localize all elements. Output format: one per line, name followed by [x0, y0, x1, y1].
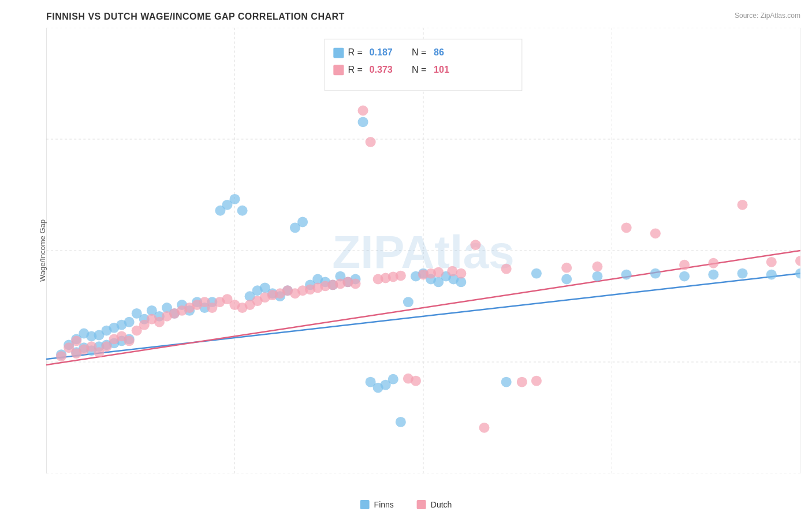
chart-container: FINNISH VS DUTCH WAGE/INCOME GAP CORRELA… — [0, 0, 812, 515]
svg-point-97 — [650, 268, 661, 279]
svg-point-156 — [456, 268, 466, 279]
source-label: Source: ZipAtlas.com — [735, 12, 800, 20]
svg-point-102 — [795, 268, 800, 279]
svg-point-159 — [501, 264, 512, 274]
svg-point-162 — [561, 263, 572, 273]
dutch-legend-label: Dutch — [431, 500, 452, 509]
svg-point-149 — [396, 271, 406, 281]
svg-point-158 — [479, 423, 489, 433]
svg-point-166 — [679, 260, 690, 270]
svg-point-157 — [470, 240, 481, 250]
svg-point-169 — [766, 257, 777, 267]
svg-point-84 — [403, 297, 414, 307]
scatter-chart: 80.0% 60.0% 40.0% 20.0% 0.0% 80.0% ZIPAt… — [46, 28, 800, 473]
svg-point-47 — [124, 317, 135, 327]
svg-point-101 — [766, 270, 777, 280]
svg-point-165 — [650, 228, 661, 238]
svg-point-164 — [621, 223, 632, 233]
svg-point-62 — [237, 206, 248, 216]
svg-point-154 — [433, 267, 444, 278]
svg-point-95 — [592, 271, 602, 282]
svg-point-99 — [708, 270, 718, 280]
svg-text:0.373: 0.373 — [370, 65, 393, 74]
svg-point-82 — [388, 374, 398, 385]
svg-point-94 — [561, 274, 572, 285]
svg-text:R =: R = — [348, 65, 362, 74]
svg-point-144 — [357, 106, 368, 116]
svg-point-96 — [621, 270, 632, 280]
svg-point-170 — [795, 256, 800, 266]
svg-point-78 — [357, 117, 368, 127]
finns-legend-label: Finns — [374, 500, 394, 509]
y-axis-label: Wage/Income Gap — [38, 219, 47, 282]
legend-dutch: Dutch — [417, 500, 452, 509]
svg-point-110 — [101, 341, 111, 352]
svg-text:N =: N = — [412, 48, 426, 58]
svg-point-145 — [366, 137, 376, 147]
svg-rect-23 — [333, 65, 344, 75]
svg-point-106 — [71, 335, 81, 346]
svg-point-163 — [592, 262, 602, 272]
chart-title: FINNISH VS DUTCH WAGE/INCOME GAP CORRELA… — [46, 12, 800, 22]
svg-point-103 — [56, 351, 66, 361]
svg-rect-18 — [333, 48, 344, 58]
svg-point-168 — [737, 200, 747, 210]
legend-finns: Finns — [360, 500, 394, 509]
svg-point-83 — [396, 417, 406, 427]
svg-point-160 — [517, 377, 527, 387]
finns-legend-box — [360, 500, 370, 509]
svg-point-143 — [350, 278, 360, 289]
svg-point-92 — [501, 377, 512, 387]
svg-text:R =: R = — [348, 48, 362, 58]
svg-point-151 — [411, 376, 421, 386]
svg-point-167 — [708, 258, 718, 268]
svg-text:N =: N = — [412, 65, 426, 74]
svg-point-61 — [229, 194, 240, 204]
svg-point-100 — [737, 268, 747, 279]
svg-point-113 — [124, 335, 135, 346]
dutch-legend-box — [417, 500, 426, 509]
svg-point-161 — [531, 376, 542, 386]
svg-text:0.187: 0.187 — [370, 48, 393, 58]
legend-container: Finns Dutch — [360, 500, 452, 509]
chart-area: Wage/Income Gap 80.0% 60.0% 40.0% 20.0% … — [46, 28, 800, 473]
svg-text:101: 101 — [434, 65, 449, 74]
svg-point-93 — [531, 268, 542, 279]
svg-point-70 — [297, 217, 308, 227]
svg-point-98 — [679, 271, 690, 282]
svg-text:86: 86 — [434, 48, 444, 58]
